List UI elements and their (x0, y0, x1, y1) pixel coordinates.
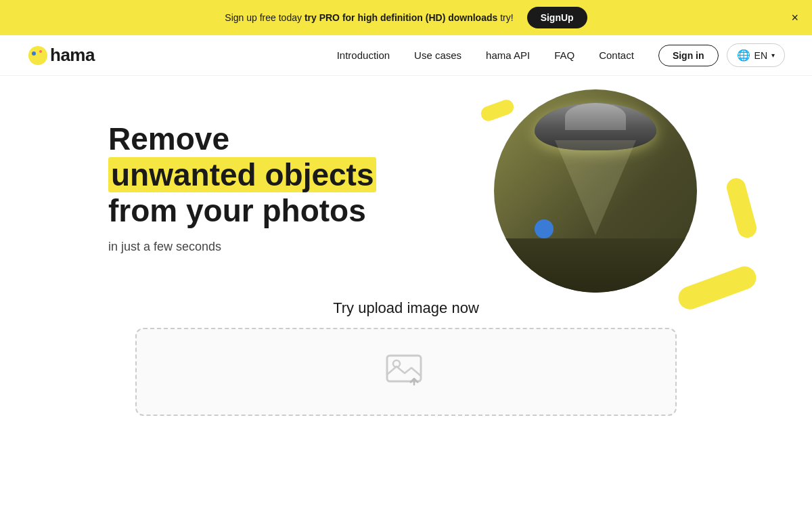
hero-visual (474, 83, 758, 313)
deco-pill-top (479, 98, 516, 123)
svg-point-2 (39, 50, 42, 53)
banner-close-button[interactable]: × (791, 12, 798, 24)
image-placeholder-icon (384, 349, 428, 392)
hero-title-line3: from your photos (108, 193, 366, 228)
promo-banner: Sign up free today try PRO for high defi… (0, 0, 812, 35)
deco-pill-right (725, 176, 759, 240)
svg-point-1 (32, 51, 36, 56)
banner-text-before: Sign up free today (225, 12, 304, 23)
banner-bold-text: try PRO for high definition (HD) downloa… (304, 12, 497, 23)
language-selector[interactable]: 🌐 EN ▾ (727, 43, 785, 67)
logo-icon (27, 45, 49, 66)
upload-dropzone[interactable] (135, 328, 677, 416)
ufo-ground (494, 238, 697, 293)
signin-button[interactable]: Sign in (658, 45, 719, 66)
main-nav: hama Introduction Use cases hama API FAQ… (0, 35, 812, 76)
nav-actions: Sign in 🌐 EN ▾ (658, 43, 785, 67)
upload-icon (384, 349, 428, 395)
signup-button[interactable]: SignUp (527, 7, 587, 28)
svg-rect-3 (387, 356, 421, 381)
banner-text-after: try! (497, 12, 513, 23)
hero-subtitle: in just a few seconds (108, 240, 376, 254)
logo-text: hama (50, 45, 95, 66)
hero-section: Remove unwanted objects from your photos… (0, 76, 812, 293)
chevron-down-icon: ▾ (771, 51, 775, 59)
hero-title-highlight: unwanted objects (108, 157, 376, 192)
lang-label: EN (754, 50, 767, 61)
deco-blue-circle (535, 219, 554, 238)
svg-point-0 (28, 46, 47, 65)
globe-icon: 🌐 (737, 49, 750, 62)
nav-hama-api[interactable]: hama API (486, 49, 530, 61)
nav-links: Introduction Use cases hama API FAQ Cont… (337, 49, 634, 62)
nav-faq[interactable]: FAQ (554, 49, 574, 61)
nav-use-cases[interactable]: Use cases (414, 49, 461, 61)
nav-introduction[interactable]: Introduction (337, 49, 390, 61)
upload-section: Try upload image now (0, 293, 812, 429)
ufo-dome (565, 103, 626, 130)
banner-text: Sign up free today try PRO for high defi… (225, 12, 513, 23)
ufo-image (494, 89, 697, 293)
nav-contact[interactable]: Contact (599, 49, 634, 61)
hero-title-line1: Remove (108, 121, 229, 156)
hero-text: Remove unwanted objects from your photos… (108, 121, 376, 254)
hero-title: Remove unwanted objects from your photos (108, 121, 376, 229)
ufo-light-beam (555, 140, 636, 235)
logo-link[interactable]: hama (27, 45, 95, 66)
